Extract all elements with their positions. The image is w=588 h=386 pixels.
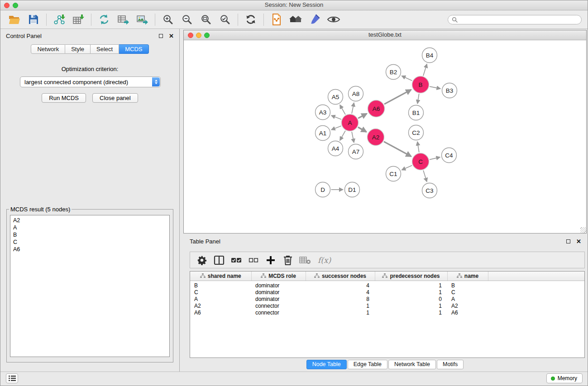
table-row[interactable]: Adominator80A xyxy=(190,296,584,303)
tab-edge-table[interactable]: Edge Table xyxy=(348,360,387,369)
cell-name[interactable]: A6 xyxy=(447,310,488,316)
columns-button[interactable] xyxy=(213,254,225,266)
edge-A2-C[interactable] xyxy=(384,142,411,157)
cell-shared-name[interactable]: B xyxy=(190,281,251,289)
cell-successor-nodes[interactable]: 4 xyxy=(306,281,375,289)
export-network-button[interactable] xyxy=(95,11,114,28)
cell-MCDS-role[interactable]: dominator xyxy=(251,281,306,289)
cell-MCDS-role[interactable]: connector xyxy=(251,310,306,316)
search-box[interactable] xyxy=(448,15,582,24)
table-row[interactable]: Cdominator41C xyxy=(190,289,584,296)
edge-C-C3[interactable] xyxy=(423,171,427,182)
style-brush-button[interactable] xyxy=(305,11,324,28)
cell-successor-nodes[interactable]: 1 xyxy=(306,303,375,310)
show-networks-home-button[interactable] xyxy=(286,11,305,28)
mcds-result-list[interactable]: A2ABCA6 xyxy=(10,215,170,357)
edge-C-C4[interactable] xyxy=(430,157,440,159)
column-header-successor-nodes[interactable]: successor nodes xyxy=(306,272,375,281)
zoom-window-button[interactable] xyxy=(13,3,18,8)
mcds-result-item[interactable]: A2 xyxy=(13,217,167,224)
edge-A-A2[interactable] xyxy=(358,127,367,132)
edge-A-A3[interactable] xyxy=(331,115,341,119)
table-close-panel-icon[interactable]: ✕ xyxy=(576,238,581,244)
cell-predecessor-nodes[interactable]: 1 xyxy=(375,310,447,316)
cell-successor-nodes[interactable]: 4 xyxy=(306,289,375,296)
close-panel-button[interactable]: Close panel xyxy=(92,93,138,103)
run-mcds-button[interactable]: Run MCDS xyxy=(42,93,86,103)
mcds-result-item[interactable]: B xyxy=(13,231,167,238)
open-session-button[interactable] xyxy=(5,11,24,28)
network-canvas[interactable]: B4B2BB3A5A8A6A3B1AA1C2A2A4A7C4CC1C3DD1 xyxy=(184,40,586,233)
cell-predecessor-nodes[interactable]: 1 xyxy=(375,281,447,289)
network-zoom-button[interactable] xyxy=(204,33,210,38)
export-table-button[interactable] xyxy=(114,11,133,28)
edge-A-A7[interactable] xyxy=(352,132,354,143)
edge-B-B1[interactable] xyxy=(417,94,419,104)
zoom-out-button[interactable] xyxy=(177,11,196,28)
edge-A-A1[interactable] xyxy=(331,126,341,129)
column-header-MCDS-role[interactable]: MCDS role xyxy=(251,272,306,281)
task-history-button[interactable] xyxy=(6,373,18,383)
cell-predecessor-nodes[interactable]: 0 xyxy=(375,296,447,303)
cell-shared-name[interactable]: A6 xyxy=(190,310,251,316)
cell-successor-nodes[interactable]: 8 xyxy=(306,296,375,303)
delete-row-button[interactable] xyxy=(282,254,294,266)
table-float-panel-icon[interactable] xyxy=(566,239,570,243)
show-hide-button[interactable] xyxy=(324,11,343,28)
cell-successor-nodes[interactable]: 1 xyxy=(306,310,375,316)
search-input[interactable] xyxy=(460,16,578,23)
criterion-dropdown[interactable]: largest connected component (directed) xyxy=(20,76,161,87)
tab-node-table[interactable]: Node Table xyxy=(306,360,347,369)
edge-A-A5[interactable] xyxy=(340,105,345,114)
cell-MCDS-role[interactable]: connector xyxy=(251,303,306,310)
edge-A-A8[interactable] xyxy=(352,103,354,114)
network-graph[interactable]: B4B2BB3A5A8A6A3B1AA1C2A2A4A7C4CC1C3DD1 xyxy=(184,40,586,233)
cell-predecessor-nodes[interactable]: 1 xyxy=(375,289,447,296)
cell-predecessor-nodes[interactable]: 1 xyxy=(375,303,447,310)
edge-B-B4[interactable] xyxy=(423,64,427,76)
edge-C-C1[interactable] xyxy=(402,165,412,170)
table-row[interactable]: Bdominator41B xyxy=(190,281,584,289)
network-file-button[interactable] xyxy=(267,11,286,28)
import-network-from-file-button[interactable] xyxy=(50,11,69,28)
close-panel-icon[interactable]: ✕ xyxy=(169,33,174,39)
network-minimize-button[interactable] xyxy=(196,33,201,38)
deselect-all-button[interactable] xyxy=(247,254,259,266)
edge-A-A4[interactable] xyxy=(340,131,345,140)
tab-style[interactable]: Style xyxy=(65,44,91,54)
function-builder-button[interactable]: f(x) xyxy=(318,256,331,265)
zoom-selected-button[interactable] xyxy=(215,11,234,28)
cell-shared-name[interactable]: A xyxy=(190,296,251,303)
select-all-button[interactable] xyxy=(230,254,242,266)
cell-MCDS-role[interactable]: dominator xyxy=(251,289,306,296)
export-image-button[interactable] xyxy=(133,11,152,28)
cell-name[interactable]: C xyxy=(447,289,488,296)
mcds-result-item[interactable]: C xyxy=(13,238,167,246)
cell-MCDS-role[interactable]: dominator xyxy=(251,296,306,303)
tab-network-table[interactable]: Network Table xyxy=(388,360,436,369)
zoom-fit-content-button[interactable] xyxy=(196,11,215,28)
tab-mcds[interactable]: MCDS xyxy=(119,44,148,54)
column-header-predecessor-nodes[interactable]: predecessor nodes xyxy=(375,272,447,281)
column-header-shared-name[interactable]: shared name xyxy=(190,272,251,281)
float-panel-icon[interactable] xyxy=(159,34,163,38)
tab-motifs[interactable]: Motifs xyxy=(437,360,464,369)
edge-C-C2[interactable] xyxy=(417,142,419,152)
cell-name[interactable]: B xyxy=(447,281,488,289)
resize-grip-icon[interactable] xyxy=(580,227,586,233)
cell-name[interactable]: A xyxy=(447,296,488,303)
add-row-button[interactable] xyxy=(264,254,277,266)
memory-button[interactable]: Memory xyxy=(546,373,583,383)
tab-select[interactable]: Select xyxy=(91,44,119,54)
apply-layout-button[interactable] xyxy=(241,11,260,28)
edge-B-B2[interactable] xyxy=(402,76,412,81)
network-close-button[interactable] xyxy=(188,33,193,38)
edge-A-A6[interactable] xyxy=(358,114,367,118)
gear-button[interactable] xyxy=(196,254,208,266)
mcds-result-item[interactable]: A xyxy=(13,224,167,231)
import-table-from-file-button[interactable] xyxy=(69,11,88,28)
cell-shared-name[interactable]: A2 xyxy=(190,303,251,310)
table-row[interactable]: A6connector11A6 xyxy=(190,310,584,316)
save-session-button[interactable] xyxy=(24,11,43,28)
mcds-result-item[interactable]: A6 xyxy=(13,246,167,253)
